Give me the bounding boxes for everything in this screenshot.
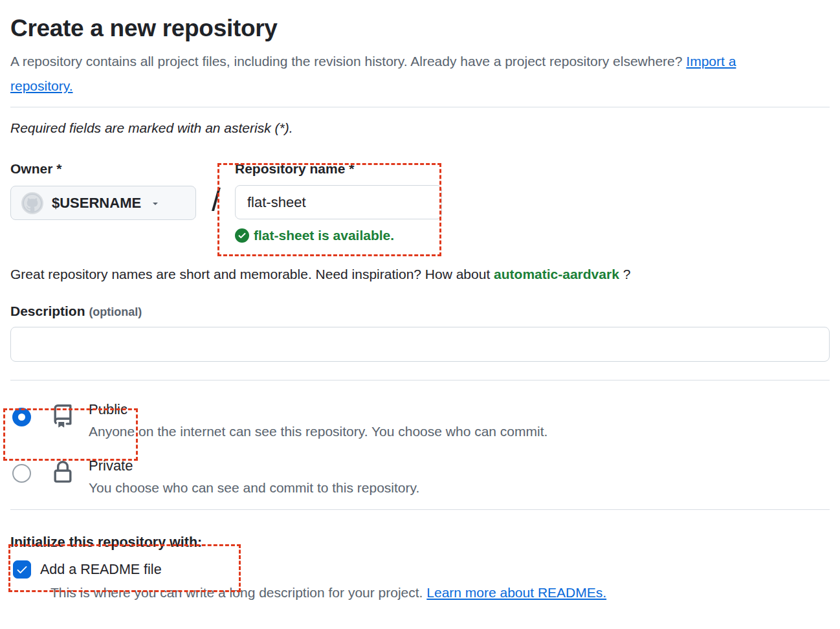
public-option-text: Public Anyone on the internet can see th… [89,400,547,441]
owner-repo-separator: / [206,183,226,217]
description-optional-note: (optional) [89,305,142,318]
private-radio[interactable] [12,464,31,483]
create-repository-page: Create a new repository A repository con… [0,0,840,629]
visibility-option-public: Public Anyone on the internet can see th… [10,400,830,441]
divider-initialize [10,509,830,510]
readme-checkbox-row: Add a README file [10,560,830,579]
repository-name-field: Repository name * flat-sheet is availabl… [227,160,442,243]
page-title: Create a new repository [10,0,830,43]
readme-note: This is where you can write a long descr… [50,585,830,601]
readme-checkbox-label[interactable]: Add a README file [40,562,162,578]
owner-required-asterisk: * [56,161,61,176]
learn-more-readmes-link[interactable]: Learn more about READMEs. [426,585,606,600]
public-option-label[interactable]: Public [89,400,127,419]
divider-visibility [10,380,830,381]
availability-text: flat-sheet is available. [254,228,394,243]
divider-top [10,107,830,107]
suggested-name: automatic-aardvark [494,267,619,281]
owner-repo-row: Owner * $USERNAME / Repository name * fl… [10,160,830,243]
check-circle-icon [235,228,249,243]
intro-paragraph: A repository contains all project files,… [10,49,780,98]
owner-label: Owner * [10,160,196,178]
public-option-description: Anyone on the internet can see this repo… [89,423,547,441]
chevron-down-icon [150,198,160,208]
availability-message: flat-sheet is available. [235,228,442,243]
owner-dropdown-button[interactable]: $USERNAME [10,186,196,220]
owner-avatar [21,192,43,214]
private-option-description: You choose who can see and commit to thi… [89,479,419,497]
required-fields-note: Required fields are marked with an aster… [10,120,830,136]
github-octocat-icon [24,195,41,212]
intro-text: A repository contains all project files,… [10,54,682,69]
repo-book-icon [51,403,74,429]
private-option-label[interactable]: Private [89,456,133,476]
repository-name-label: Repository name * [235,160,442,178]
description-input[interactable] [10,327,830,362]
owner-selected-value: $USERNAME [52,195,141,212]
owner-field: Owner * $USERNAME [10,160,196,220]
description-label: Description (optional) [10,303,830,319]
private-option-text: Private You choose who can see and commi… [89,456,419,497]
checkmark-icon [16,563,28,576]
public-radio[interactable] [12,408,31,426]
lock-icon [51,459,74,485]
visibility-option-private: Private You choose who can see and commi… [10,456,830,497]
initialize-heading: Initialize this repository with: [10,535,830,551]
repo-required-asterisk: * [349,161,354,176]
repository-name-input[interactable] [235,185,442,219]
readme-checkbox[interactable] [13,560,31,579]
name-suggestion-line: Great repository names are short and mem… [10,267,830,282]
